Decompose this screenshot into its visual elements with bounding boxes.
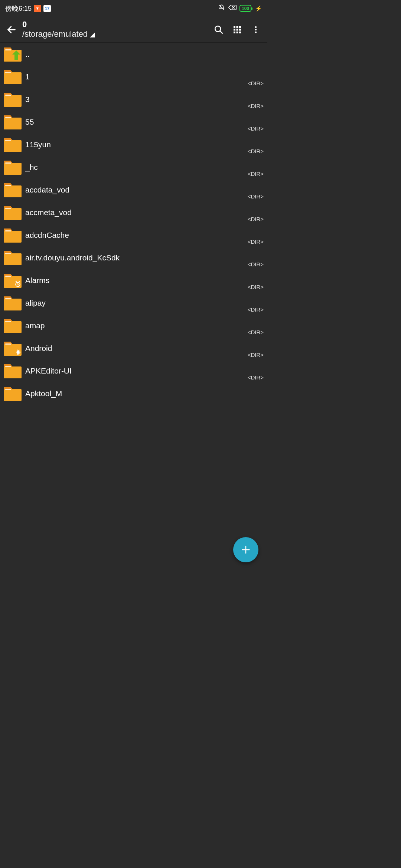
folder-row[interactable]: alipay<DIR> [0,292,267,314]
entry-name: _hc [25,163,248,172]
notif-icon-app1: ▾ [34,5,41,12]
folder-row[interactable]: adcdnCache<DIR> [0,224,267,246]
folder-row[interactable]: air.tv.douyu.android_KcSdk<DIR> [0,246,267,269]
entry-name: adcdnCache [25,231,248,240]
svg-rect-35 [5,298,11,299]
folder-row[interactable]: Alarms<DIR> [0,269,267,292]
folder-icon [3,182,22,198]
dir-tag: <DIR> [248,193,264,200]
svg-rect-27 [5,230,11,231]
entry-name: accmeta_vod [25,208,248,217]
svg-rect-36 [5,321,11,322]
folder-icon [3,250,22,266]
android-overlay-icon [15,349,22,356]
svg-marker-4 [90,32,95,37]
folder-row[interactable]: 115yun<DIR> [0,133,267,156]
grid-view-button[interactable] [228,20,247,39]
folder-row[interactable]: accmeta_vod<DIR> [0,201,267,224]
svg-line-32 [18,284,19,285]
svg-rect-21 [5,95,11,96]
entry-name: 1 [25,72,248,81]
path-dropdown-icon [90,32,95,39]
svg-rect-20 [5,72,11,73]
dir-tag: <DIR> [248,216,264,222]
folder-icon [3,227,22,243]
svg-rect-48 [5,389,11,390]
svg-rect-28 [5,253,11,254]
svg-rect-24 [5,162,11,164]
mute-icon [218,4,225,13]
entry-name: 115yun [25,140,248,149]
notif-icon-calendar: 17 [43,5,51,12]
dir-tag: <DIR> [248,329,264,335]
svg-point-39 [17,350,18,351]
toolbar-title-block[interactable]: 0 /storage/emulated [21,20,209,39]
folder-row[interactable]: Apktool_M [0,382,267,405]
folder-name: 0 [22,20,209,29]
folder-icon [3,295,22,311]
add-fab[interactable] [233,537,258,562]
dir-tag: <DIR> [248,148,264,154]
svg-rect-19 [5,49,11,50]
entry-name: Apktool_M [25,389,264,398]
svg-rect-47 [5,366,11,367]
svg-rect-8 [237,26,238,28]
svg-rect-44 [19,354,19,355]
dir-tag: <DIR> [248,171,264,177]
parent-dir-row[interactable]: .. [0,43,267,65]
svg-rect-13 [234,32,235,33]
dir-tag: <DIR> [248,103,264,109]
folder-row[interactable]: 3<DIR> [0,88,267,111]
svg-line-6 [220,31,222,33]
folder-icon [3,318,22,334]
entry-name: amap [25,321,248,330]
svg-rect-26 [5,208,11,209]
battery-icon: 100 [239,5,251,12]
dir-tag: <DIR> [248,125,264,132]
svg-line-46 [19,349,19,350]
svg-rect-43 [17,354,18,355]
search-button[interactable] [209,20,228,39]
svg-rect-23 [5,140,11,141]
dir-tag: <DIR> [248,261,264,267]
folder-icon [3,204,22,221]
svg-rect-12 [239,29,241,30]
folder-row[interactable]: accdata_vod<DIR> [0,178,267,201]
folder-icon [3,137,22,153]
folder-row[interactable]: 55<DIR> [0,111,267,133]
svg-rect-15 [239,32,241,33]
back-button[interactable] [2,20,21,39]
folder-row[interactable]: _hc<DIR> [0,156,267,178]
dir-tag: <DIR> [248,239,264,245]
status-left: 傍晚6:15 ▾ 17 [5,4,51,13]
svg-line-34 [19,281,20,282]
dir-tag: <DIR> [248,306,264,313]
svg-point-40 [19,350,19,351]
dir-tag: <DIR> [248,80,264,86]
dir-tag: <DIR> [248,284,264,290]
folder-row[interactable]: Android<DIR> [0,337,267,359]
overflow-menu-button[interactable] [247,20,265,39]
svg-rect-38 [17,351,20,354]
svg-rect-11 [237,29,238,30]
entry-name: .. [25,50,264,59]
entry-name: air.tv.douyu.android_KcSdk [25,253,248,262]
entry-name: Alarms [25,276,248,285]
charging-icon: ⚡ [255,5,262,12]
folder-icon [3,340,22,356]
folder-icon [3,385,22,402]
entry-name: Android [25,344,248,353]
svg-line-33 [16,281,17,282]
file-list[interactable]: .. 1<DIR> 3<DIR> 55<DIR> 115yun<DIR> _hc… [0,43,267,579]
svg-point-16 [255,26,257,27]
folder-row[interactable]: APKEditor-UI<DIR> [0,359,267,382]
svg-rect-41 [16,351,17,353]
folder-icon [3,69,22,85]
entry-name: 3 [25,95,248,104]
dir-tag: <DIR> [248,352,264,358]
folder-icon [3,114,22,130]
folder-row[interactable]: amap<DIR> [0,314,267,337]
folder-row[interactable]: 1<DIR> [0,65,267,88]
entry-name: APKEditor-UI [25,366,248,375]
svg-point-18 [255,31,257,33]
